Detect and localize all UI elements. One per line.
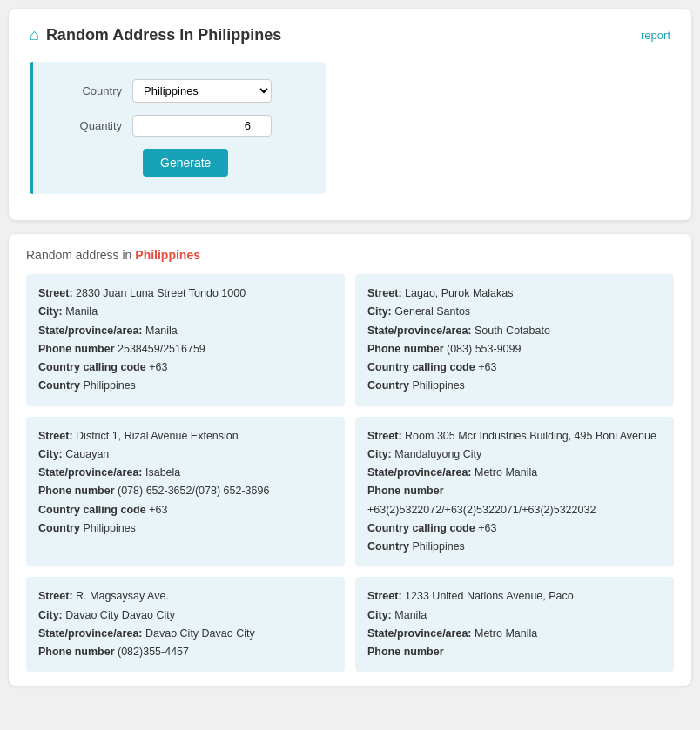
city-value-1: General Santos: [394, 305, 470, 318]
report-link[interactable]: report: [641, 29, 670, 42]
state-label-0: State/province/area:: [38, 325, 143, 337]
country-label-0: Country: [38, 379, 80, 392]
country-value-2: Philippines: [83, 522, 135, 534]
code-value-0: +63: [149, 361, 167, 373]
street-label-3: Street:: [367, 430, 402, 442]
code-label-0: Country calling code: [38, 361, 146, 373]
city-label-3: City:: [367, 448, 392, 460]
code-label-2: Country calling code: [38, 504, 146, 516]
top-card: ⌂ Random Address In Philippines report C…: [9, 9, 691, 220]
quantity-row: Quantity: [54, 115, 305, 137]
quantity-input[interactable]: [132, 115, 272, 137]
phone-label-2: Phone number: [38, 485, 115, 497]
state-value-4: Davao City Davao City: [145, 627, 255, 640]
home-icon: ⌂: [30, 26, 39, 44]
state-label-3: State/province/area:: [367, 466, 472, 479]
address-grid: Street: 2830 Juan Luna Street Tondo 1000…: [26, 274, 674, 672]
street-value-4: R. Magsaysay Ave.: [76, 590, 169, 602]
city-label-0: City:: [38, 305, 63, 318]
street-value-1: Lagao, Purok Malakas: [405, 287, 513, 299]
phone-label-3: Phone number: [367, 485, 444, 497]
code-label-1: Country calling code: [367, 361, 475, 373]
state-value-0: Manila: [145, 325, 178, 337]
state-value-3: Metro Manila: [475, 466, 537, 479]
phone-value-1: (083) 553-9099: [447, 343, 521, 355]
address-card-5: Street: 1233 United Nations Avenue, Paco…: [355, 577, 674, 672]
results-prefix: Random address in: [26, 248, 131, 262]
results-title: Random address in Philippines: [26, 248, 674, 262]
state-label-1: State/province/area:: [367, 325, 472, 337]
code-label-3: Country calling code: [367, 522, 475, 534]
address-card-2: Street: District 1, Rizal Avenue Extensi…: [26, 417, 345, 567]
generate-row: Generate: [54, 149, 305, 177]
code-value-1: +63: [478, 361, 496, 373]
phone-label-5: Phone number: [367, 646, 444, 658]
city-label-4: City:: [38, 609, 63, 621]
city-label-1: City:: [367, 305, 392, 318]
country-value-0: Philippines: [83, 379, 135, 392]
city-label-5: City:: [367, 609, 392, 621]
state-label-5: State/province/area:: [367, 627, 472, 640]
city-value-4: Davao City Davao City: [65, 609, 175, 621]
state-label-2: State/province/area:: [38, 466, 143, 479]
address-card-0: Street: 2830 Juan Luna Street Tondo 1000…: [26, 274, 345, 406]
country-label-2: Country: [38, 522, 80, 534]
city-label-2: City:: [38, 448, 63, 460]
code-value-3: +63: [478, 522, 496, 534]
state-value-2: Isabela: [145, 466, 180, 479]
country-label: Country: [54, 84, 132, 97]
phone-value-2: (078) 652-3652/(078) 652-3696: [118, 485, 269, 497]
results-country: Philippines: [135, 248, 200, 262]
country-select[interactable]: Philippines USA Canada UK Australia: [132, 79, 272, 103]
street-label-2: Street:: [38, 430, 73, 442]
phone-value-4: (082)355-4457: [118, 646, 189, 658]
address-card-1: Street: Lagao, Purok Malakas City: Gener…: [355, 274, 674, 406]
address-card-3: Street: Room 305 Mcr Industries Building…: [355, 417, 674, 567]
phone-label-0: Phone number: [38, 343, 115, 355]
country-label-1: Country: [367, 379, 409, 392]
street-value-5: 1233 United Nations Avenue, Paco: [405, 590, 574, 602]
country-row: Country Philippines USA Canada UK Austra…: [54, 79, 305, 103]
street-label-4: Street:: [38, 590, 73, 602]
city-value-3: Mandaluyong City: [394, 448, 481, 460]
street-label-0: Street:: [38, 287, 73, 299]
card-header: ⌂ Random Address In Philippines report: [30, 26, 670, 44]
phone-label-4: Phone number: [38, 646, 115, 658]
country-label-3: Country: [367, 540, 409, 553]
city-value-2: Cauayan: [65, 448, 109, 460]
generate-button[interactable]: Generate: [143, 149, 228, 177]
page-title: ⌂ Random Address In Philippines: [30, 26, 281, 44]
state-value-1: South Cotabato: [475, 325, 550, 337]
street-label-1: Street:: [367, 287, 402, 299]
country-value-1: Philippines: [412, 379, 464, 392]
results-card: Random address in Philippines Street: 28…: [9, 234, 691, 686]
form-area: Country Philippines USA Canada UK Austra…: [30, 62, 326, 194]
city-value-0: Manila: [65, 305, 98, 318]
state-label-4: State/province/area:: [38, 627, 143, 640]
street-label-5: Street:: [367, 590, 402, 602]
city-value-5: Manila: [394, 609, 427, 621]
street-value-0: 2830 Juan Luna Street Tondo 1000: [76, 287, 246, 299]
street-value-2: District 1, Rizal Avenue Extension: [76, 430, 239, 442]
phone-value-0: 2538459/2516759: [118, 343, 205, 355]
phone-label-1: Phone number: [367, 343, 444, 355]
title-text: Random Address In Philippines: [46, 26, 281, 44]
address-card-4: Street: R. Magsaysay Ave. City: Davao Ci…: [26, 577, 345, 672]
phone-value-3: +63(2)5322072/+63(2)5322071/+63(2)532203…: [367, 504, 596, 516]
code-value-2: +63: [149, 504, 167, 516]
state-value-5: Metro Manila: [475, 627, 537, 640]
country-value-3: Philippines: [412, 540, 464, 553]
street-value-3: Room 305 Mcr Industries Building, 495 Bo…: [405, 430, 656, 442]
quantity-label: Quantity: [54, 119, 132, 132]
